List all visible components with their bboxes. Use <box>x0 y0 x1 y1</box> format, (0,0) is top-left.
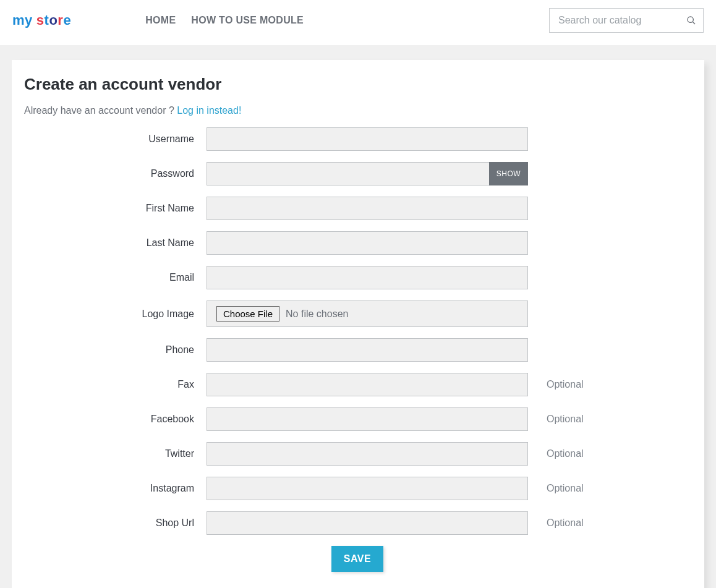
choose-file-button[interactable]: Choose File <box>216 306 279 322</box>
row-last-name: Last Name <box>24 231 691 255</box>
row-first-name: First Name <box>24 197 691 220</box>
nav-how-to-use-module[interactable]: HOW TO USE MODULE <box>191 15 304 26</box>
shop-url-field[interactable] <box>207 511 528 535</box>
label-logo-image: Logo Image <box>24 309 207 320</box>
label-facebook: Facebook <box>24 414 207 425</box>
vendor-form: Username Password SHOW First Name Last N… <box>24 127 691 572</box>
row-shop-url: Shop Url Optional <box>24 511 691 535</box>
fax-field[interactable] <box>207 373 528 396</box>
last-name-field[interactable] <box>207 231 528 255</box>
row-fax: Fax Optional <box>24 373 691 396</box>
row-username: Username <box>24 127 691 151</box>
row-password: Password SHOW <box>24 162 691 185</box>
header: mystore HOME HOW TO USE MODULE <box>0 0 716 45</box>
page-title: Create an account vendor <box>24 75 691 94</box>
hint-facebook: Optional <box>528 414 584 425</box>
login-prompt: Already have an account vendor ? Log in … <box>24 105 691 116</box>
svg-point-0 <box>688 17 693 22</box>
label-username: Username <box>24 134 207 145</box>
save-button[interactable]: SAVE <box>331 546 383 572</box>
label-fax: Fax <box>24 379 207 390</box>
email-field[interactable] <box>207 266 528 289</box>
hint-twitter: Optional <box>528 448 584 459</box>
search-input[interactable] <box>549 8 704 33</box>
phone-field[interactable] <box>207 338 528 362</box>
twitter-field[interactable] <box>207 442 528 466</box>
search-icon[interactable] <box>686 15 696 25</box>
label-email: Email <box>24 272 207 283</box>
logo[interactable]: mystore <box>12 12 71 28</box>
facebook-field[interactable] <box>207 407 528 431</box>
page-background: Create an account vendor Already have an… <box>0 45 716 588</box>
first-name-field[interactable] <box>207 197 528 220</box>
hint-shop-url: Optional <box>528 518 584 529</box>
hint-fax: Optional <box>528 379 584 390</box>
nav-home[interactable]: HOME <box>145 15 176 26</box>
main-nav: HOME HOW TO USE MODULE <box>145 15 304 26</box>
row-instagram: Instagram Optional <box>24 477 691 500</box>
show-password-button[interactable]: SHOW <box>489 162 528 185</box>
file-status: No file chosen <box>286 309 348 320</box>
label-password: Password <box>24 168 207 179</box>
label-phone: Phone <box>24 344 207 356</box>
username-field[interactable] <box>207 127 528 151</box>
label-shop-url: Shop Url <box>24 518 207 529</box>
already-text: Already have an account vendor ? <box>24 105 177 116</box>
label-instagram: Instagram <box>24 483 207 494</box>
hint-instagram: Optional <box>528 483 584 494</box>
row-logo-image: Logo Image Choose File No file chosen <box>24 300 691 327</box>
row-email: Email <box>24 266 691 289</box>
file-picker[interactable]: Choose File No file chosen <box>207 300 528 327</box>
label-twitter: Twitter <box>24 448 207 459</box>
save-row: SAVE <box>24 546 691 572</box>
instagram-field[interactable] <box>207 477 528 500</box>
search-wrap <box>549 8 704 33</box>
row-facebook: Facebook Optional <box>24 407 691 431</box>
label-last-name: Last Name <box>24 237 207 249</box>
form-card: Create an account vendor Already have an… <box>12 60 704 588</box>
svg-line-1 <box>693 22 695 24</box>
row-phone: Phone <box>24 338 691 362</box>
login-link[interactable]: Log in instead! <box>177 105 241 116</box>
label-first-name: First Name <box>24 203 207 214</box>
row-twitter: Twitter Optional <box>24 442 691 466</box>
password-field[interactable] <box>207 162 489 185</box>
